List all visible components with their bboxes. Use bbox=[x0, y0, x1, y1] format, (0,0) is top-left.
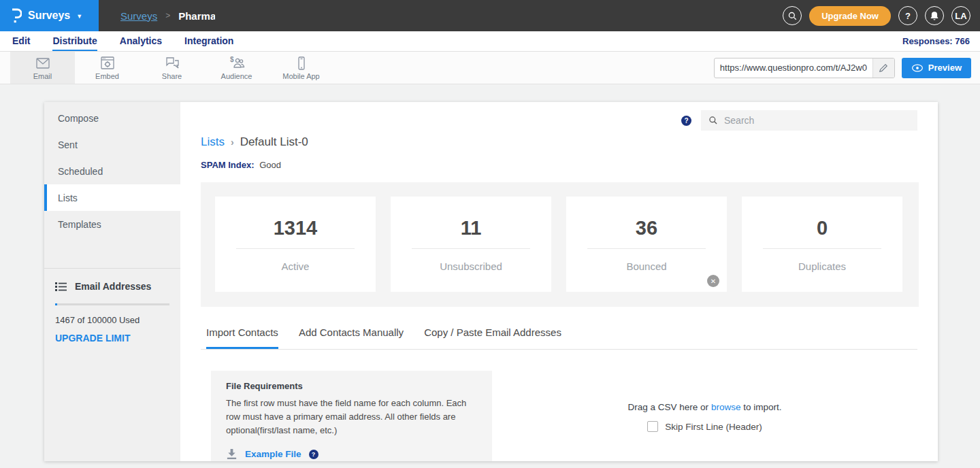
stat-value: 1314 bbox=[274, 217, 318, 239]
toolbar-right: Preview bbox=[714, 52, 980, 84]
drop-text-prefix: Drag a CSV here or bbox=[628, 402, 709, 412]
usage-progress-fill bbox=[55, 303, 57, 305]
stat-card-unsubscribed: 11 Unsubscribed bbox=[391, 197, 551, 292]
survey-name[interactable]: Pharma bbox=[178, 10, 215, 22]
email-addresses-header: Email Addresses bbox=[55, 281, 169, 292]
questionpro-logo-icon bbox=[11, 8, 22, 24]
toolbar-item-label: Embed bbox=[95, 72, 119, 80]
email-sidebar: Compose Sent Scheduled Lists Templates E… bbox=[44, 102, 180, 461]
upgrade-now-button[interactable]: Upgrade Now bbox=[809, 6, 891, 26]
stat-label: Bounced bbox=[626, 261, 666, 272]
spam-index-label: SPAM Index: bbox=[201, 160, 255, 170]
question-mark-icon: ? bbox=[905, 11, 911, 21]
share-icon bbox=[164, 56, 180, 71]
breadcrumb-separator: › bbox=[231, 137, 234, 148]
file-requirements-box: File Requirements The first row must hav… bbox=[211, 371, 492, 461]
skip-first-line-checkbox[interactable] bbox=[647, 421, 658, 432]
divider bbox=[236, 248, 355, 249]
toolbar-item-mobile-app[interactable]: Mobile App bbox=[269, 52, 333, 84]
current-list-name: Default List-0 bbox=[240, 135, 308, 149]
toolbar-item-label: Mobile App bbox=[282, 72, 319, 80]
upgrade-limit-link[interactable]: UPGRADE LIMIT bbox=[55, 333, 130, 344]
survey-nav-tabs: Edit Distribute Analytics Integration Re… bbox=[0, 31, 980, 52]
toolbar-item-label: Audience bbox=[221, 72, 252, 80]
sidebar-item-templates[interactable]: Templates bbox=[44, 211, 180, 237]
edit-url-button[interactable] bbox=[872, 58, 894, 78]
usage-progress-bar bbox=[55, 303, 169, 305]
divider bbox=[412, 248, 530, 249]
search-input[interactable] bbox=[724, 115, 910, 126]
notifications-button[interactable] bbox=[925, 6, 944, 25]
content-card: Compose Sent Scheduled Lists Templates E… bbox=[44, 102, 938, 461]
stat-value: 11 bbox=[461, 217, 482, 239]
search-icon bbox=[708, 116, 718, 125]
tab-distribute[interactable]: Distribute bbox=[52, 31, 97, 51]
file-requirements-body: The first row must have the field name f… bbox=[226, 397, 477, 437]
file-requirements-title: File Requirements bbox=[226, 381, 477, 391]
preview-button-label: Preview bbox=[928, 63, 962, 73]
clear-bounced-icon[interactable]: ✕ bbox=[707, 275, 719, 287]
stat-value: 0 bbox=[817, 217, 828, 239]
preview-button[interactable]: Preview bbox=[902, 58, 971, 78]
sidebar-item-sent[interactable]: Sent bbox=[44, 131, 180, 158]
breadcrumb-surveys-link[interactable]: Surveys bbox=[120, 10, 157, 22]
breadcrumb: Surveys > Pharma bbox=[120, 10, 215, 22]
toolbar-item-label: Email bbox=[33, 72, 52, 80]
tab-add-contacts-manually[interactable]: Add Contacts Manually bbox=[299, 327, 404, 349]
bell-icon bbox=[930, 11, 939, 21]
contact-tabs: Import Contacts Add Contacts Manually Co… bbox=[201, 327, 917, 350]
email-addresses-section: Email Addresses 1467 of 100000 Used UPGR… bbox=[44, 268, 180, 344]
divider bbox=[587, 248, 706, 249]
drop-instruction: Drag a CSV here or browse to import. bbox=[628, 402, 782, 412]
survey-url-input[interactable] bbox=[715, 63, 872, 73]
divider bbox=[763, 248, 881, 249]
tab-import-contacts[interactable]: Import Contacts bbox=[206, 327, 278, 349]
help-circle-icon[interactable]: ? bbox=[681, 116, 691, 126]
skip-first-line-row: Skip First Line (Header) bbox=[647, 421, 762, 432]
tab-edit[interactable]: Edit bbox=[12, 31, 30, 51]
usage-text: 1467 of 100000 Used bbox=[55, 315, 169, 325]
stat-value: 36 bbox=[636, 217, 657, 239]
responses-count[interactable]: Responses: 766 bbox=[902, 31, 970, 51]
browse-link[interactable]: browse bbox=[711, 402, 741, 412]
toolbar-item-audience[interactable]: $ Audience bbox=[204, 52, 269, 84]
stat-card-active: 1314 Active bbox=[215, 197, 376, 292]
svg-text:$: $ bbox=[230, 56, 234, 63]
stat-label: Active bbox=[282, 261, 310, 272]
page-background: Compose Sent Scheduled Lists Templates E… bbox=[0, 84, 980, 468]
stat-label: Unsubscribed bbox=[440, 261, 502, 272]
sidebar-item-lists[interactable]: Lists bbox=[44, 184, 180, 211]
skip-first-line-label: Skip First Line (Header) bbox=[665, 422, 762, 432]
avatar[interactable]: LA bbox=[951, 6, 970, 25]
toolbar-item-share[interactable]: Share bbox=[140, 52, 204, 84]
chevron-down-icon: ▼ bbox=[76, 13, 82, 20]
tab-copy-paste-email-addresses[interactable]: Copy / Paste Email Addresses bbox=[424, 327, 561, 349]
email-icon bbox=[35, 56, 51, 71]
product-name: Surveys bbox=[28, 10, 70, 22]
toolbar-item-email[interactable]: Email bbox=[10, 52, 75, 84]
list-icon bbox=[55, 282, 67, 292]
breadcrumb-lists-link[interactable]: Lists bbox=[201, 135, 225, 149]
example-file-help-icon[interactable]: ? bbox=[309, 450, 318, 459]
survey-url-field bbox=[714, 58, 895, 78]
tab-integration[interactable]: Integration bbox=[184, 31, 233, 51]
stat-card-duplicates: 0 Duplicates bbox=[742, 197, 902, 292]
header-actions: Upgrade Now ? LA bbox=[783, 6, 980, 26]
list-breadcrumb: Lists › Default List-0 bbox=[201, 135, 917, 149]
breadcrumb-separator: > bbox=[165, 11, 170, 20]
sidebar-item-scheduled[interactable]: Scheduled bbox=[44, 158, 180, 184]
product-switcher[interactable]: Surveys ▼ bbox=[0, 0, 99, 31]
download-icon bbox=[226, 448, 238, 460]
distribute-toolbar: Email Embed Share $ Audience bbox=[0, 52, 980, 84]
help-button[interactable]: ? bbox=[898, 6, 917, 25]
list-stats-panel: 1314 Active 11 Unsubscribed 36 Bounced ✕… bbox=[201, 182, 919, 307]
csv-drop-zone[interactable]: Drag a CSV here or browse to import. Ski… bbox=[492, 371, 917, 461]
sidebar-item-compose[interactable]: Compose bbox=[44, 105, 180, 131]
search-button[interactable] bbox=[783, 6, 802, 25]
toolbar-item-label: Share bbox=[162, 72, 182, 80]
pencil-icon bbox=[879, 63, 888, 73]
toolbar-item-embed[interactable]: Embed bbox=[75, 52, 140, 84]
tab-analytics[interactable]: Analytics bbox=[120, 31, 162, 51]
example-file-row: Example File ? bbox=[226, 448, 477, 460]
example-file-link[interactable]: Example File bbox=[245, 449, 301, 459]
